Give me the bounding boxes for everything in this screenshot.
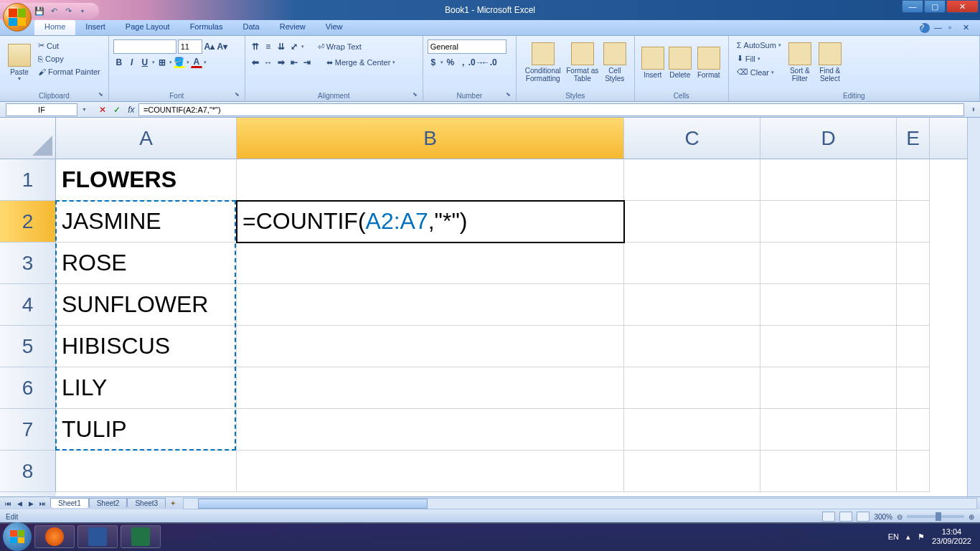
cell-a5[interactable]: HIBISCUS bbox=[56, 326, 237, 367]
row-header-3[interactable]: 3 bbox=[0, 242, 56, 284]
alignment-launcher-icon[interactable]: ⬊ bbox=[413, 91, 421, 100]
merge-center-button[interactable]: ⬌Merge & Center▾ bbox=[323, 56, 400, 70]
cell-e8[interactable] bbox=[897, 451, 930, 492]
tray-clock[interactable]: 13:04 23/09/2022 bbox=[932, 527, 971, 546]
ribbon-close-icon[interactable]: ✕ bbox=[963, 23, 973, 33]
sheet-tab-3[interactable]: Sheet3 bbox=[127, 498, 166, 508]
save-icon[interactable]: 💾 bbox=[33, 4, 46, 17]
shrink-font-icon[interactable]: A▾ bbox=[217, 41, 228, 52]
row-header-2[interactable]: 2 bbox=[0, 201, 56, 242]
autosum-button[interactable]: ΣAutoSum▾ bbox=[733, 39, 785, 52]
find-select-button[interactable]: Find & Select bbox=[815, 39, 845, 86]
normal-view-icon[interactable] bbox=[822, 512, 835, 522]
currency-icon[interactable]: $ bbox=[428, 57, 439, 68]
office-button[interactable] bbox=[3, 3, 32, 32]
sheet-tab-2[interactable]: Sheet2 bbox=[89, 498, 128, 508]
format-as-table-button[interactable]: Format as Table bbox=[565, 39, 600, 86]
border-icon[interactable]: ⊞ bbox=[156, 57, 168, 68]
fx-icon[interactable]: fx bbox=[124, 103, 138, 116]
cell-e6[interactable] bbox=[897, 367, 930, 409]
formula-input[interactable] bbox=[138, 103, 964, 116]
font-launcher-icon[interactable]: ⬊ bbox=[235, 91, 243, 100]
cell-b2[interactable]: =COUNTIF(A2:A7,"*") bbox=[237, 201, 624, 242]
clear-button[interactable]: ⌫Clear▾ bbox=[733, 65, 785, 79]
ribbon-minimize-icon[interactable]: — bbox=[934, 23, 944, 33]
tab-formulas[interactable]: Formulas bbox=[180, 20, 233, 35]
cell-e5[interactable] bbox=[897, 326, 930, 367]
cell-a7[interactable]: TULIP bbox=[56, 409, 237, 451]
cell-c8[interactable] bbox=[624, 451, 760, 492]
vertical-scrollbar[interactable] bbox=[967, 118, 980, 496]
cell-b6[interactable] bbox=[237, 367, 624, 409]
sheet-next-icon[interactable]: ▶ bbox=[26, 499, 36, 509]
align-bottom-icon[interactable]: ⇊ bbox=[275, 41, 287, 52]
format-button[interactable]: Format bbox=[694, 39, 724, 86]
cell-b7[interactable] bbox=[237, 409, 624, 451]
cell-a1[interactable]: FLOWERS bbox=[56, 159, 237, 201]
sheet-last-icon[interactable]: ⏭ bbox=[37, 499, 47, 509]
cell-d7[interactable] bbox=[760, 409, 897, 451]
cell-c5[interactable] bbox=[624, 326, 760, 367]
cell-c1[interactable] bbox=[624, 159, 760, 201]
cell-e7[interactable] bbox=[897, 409, 930, 451]
zoom-out-icon[interactable]: ⊖ bbox=[897, 513, 903, 521]
sheet-prev-icon[interactable]: ◀ bbox=[14, 499, 24, 509]
name-box-dropdown-icon[interactable]: ▼ bbox=[79, 107, 90, 112]
cell-e2[interactable] bbox=[897, 201, 930, 242]
percent-icon[interactable]: % bbox=[445, 57, 456, 68]
cell-c3[interactable] bbox=[624, 242, 760, 284]
cell-e4[interactable] bbox=[897, 284, 930, 326]
minimize-button[interactable]: — bbox=[902, 0, 923, 13]
sheet-tab-1[interactable]: Sheet1 bbox=[50, 498, 89, 508]
cell-c4[interactable] bbox=[624, 284, 760, 326]
zoom-in-icon[interactable]: ⊕ bbox=[969, 513, 974, 521]
page-layout-view-icon[interactable] bbox=[839, 512, 852, 522]
format-painter-button[interactable]: 🖌Format Painter bbox=[34, 65, 104, 78]
indent-dec-icon[interactable]: ⇤ bbox=[288, 57, 300, 68]
cell-b8[interactable] bbox=[237, 451, 624, 492]
underline-button[interactable]: U bbox=[139, 57, 151, 68]
cell-a8[interactable] bbox=[56, 451, 237, 492]
row-header-7[interactable]: 7 bbox=[0, 409, 56, 451]
cell-b5[interactable] bbox=[237, 326, 624, 367]
cell-e3[interactable] bbox=[897, 242, 930, 284]
enter-icon[interactable]: ✓ bbox=[110, 103, 124, 116]
grow-font-icon[interactable]: A▴ bbox=[204, 41, 215, 52]
col-header-b[interactable]: B bbox=[237, 118, 624, 159]
help-icon[interactable]: ? bbox=[920, 23, 930, 33]
align-middle-icon[interactable]: ≡ bbox=[263, 41, 274, 52]
sheet-first-icon[interactable]: ⏮ bbox=[3, 499, 13, 509]
maximize-button[interactable]: ▢ bbox=[924, 0, 946, 13]
clipboard-launcher-icon[interactable]: ⬊ bbox=[98, 91, 107, 100]
qat-dropdown-icon[interactable]: ▼ bbox=[76, 4, 89, 17]
cell-d5[interactable] bbox=[760, 326, 897, 367]
cell-b3[interactable] bbox=[237, 242, 624, 284]
zoom-slider[interactable] bbox=[907, 515, 964, 518]
row-header-8[interactable]: 8 bbox=[0, 451, 56, 492]
tray-flag-icon[interactable]: ⚑ bbox=[918, 532, 925, 542]
cell-d1[interactable] bbox=[760, 159, 897, 201]
tab-page-layout[interactable]: Page Layout bbox=[116, 20, 180, 35]
cut-button[interactable]: ✂Cut bbox=[34, 39, 104, 52]
row-header-5[interactable]: 5 bbox=[0, 326, 56, 367]
cells-area[interactable]: FLOWERS JASMINE =COUNTIF(A2:A7,"*") ROSE bbox=[56, 159, 980, 496]
delete-button[interactable]: Delete bbox=[666, 39, 694, 86]
paste-button[interactable]: Paste▼ bbox=[4, 39, 34, 86]
insert-button[interactable]: Insert bbox=[639, 39, 666, 86]
row-header-1[interactable]: 1 bbox=[0, 159, 56, 201]
number-launcher-icon[interactable]: ⬊ bbox=[506, 91, 514, 100]
tab-insert[interactable]: Insert bbox=[75, 20, 116, 35]
tab-data[interactable]: Data bbox=[232, 20, 269, 35]
cell-b4[interactable] bbox=[237, 284, 624, 326]
cell-a2[interactable]: JASMINE bbox=[56, 201, 237, 242]
copy-button[interactable]: ⎘Copy bbox=[34, 52, 104, 65]
cell-c7[interactable] bbox=[624, 409, 760, 451]
tray-chevron-icon[interactable]: ▴ bbox=[906, 532, 910, 542]
indent-inc-icon[interactable]: ⇥ bbox=[301, 57, 313, 68]
cell-a6[interactable]: LILY bbox=[56, 367, 237, 409]
tab-home[interactable]: Home bbox=[34, 20, 75, 35]
cell-e1[interactable] bbox=[897, 159, 930, 201]
start-button[interactable] bbox=[3, 522, 32, 551]
select-all-corner[interactable] bbox=[0, 118, 56, 159]
col-header-e[interactable]: E bbox=[897, 118, 930, 159]
